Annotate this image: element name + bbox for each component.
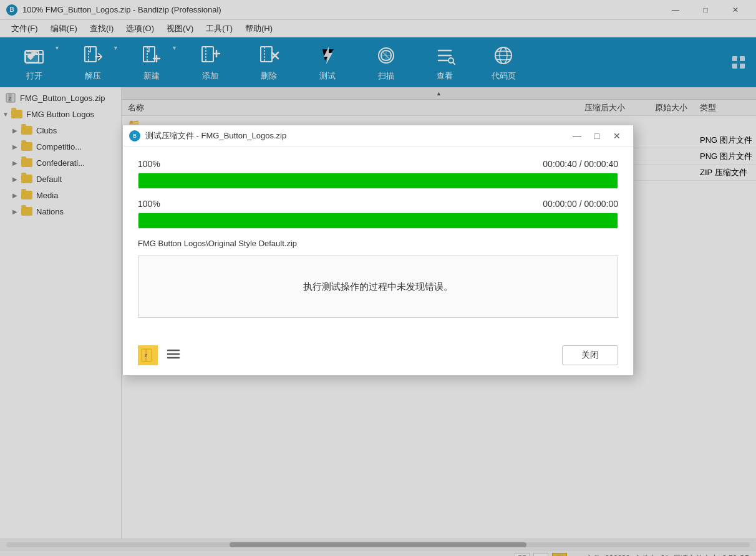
progress-section-2: 100% 00:00:00 / 00:00:00 — [138, 199, 618, 229]
modal-title: 测试压缩文件 - FMG_Button_Logos.zip — [145, 130, 567, 141]
current-file-path: FMG Button Logos\Original Style Default.… — [138, 239, 618, 248]
modal-maximize-button[interactable]: □ — [587, 128, 607, 143]
progress-percent-2: 100% — [138, 199, 160, 209]
svg-text:Z: Z — [145, 353, 148, 358]
modal-footer: Z 关闭 — [123, 340, 633, 375]
modal-title-bar: B 测试压缩文件 - FMG_Button_Logos.zip — □ ✕ — [123, 125, 633, 146]
progress-time-1: 00:00:40 / 00:00:40 — [543, 159, 618, 169]
modal-overlay: B 测试压缩文件 - FMG_Button_Logos.zip — □ ✕ 10… — [0, 0, 756, 556]
result-text: 执行测试操作的过程中未发现错误。 — [303, 281, 453, 293]
modal-close-button[interactable]: ✕ — [607, 128, 627, 143]
footer-zip-icon: Z — [138, 345, 158, 365]
modal-minimize-button[interactable]: — — [567, 128, 587, 143]
modal-app-icon: B — [129, 130, 140, 141]
progress-time-2: 00:00:00 / 00:00:00 — [543, 199, 618, 209]
result-box: 执行测试操作的过程中未发现错误。 — [138, 256, 618, 318]
test-archive-dialog: B 测试压缩文件 - FMG_Button_Logos.zip — □ ✕ 10… — [122, 125, 634, 376]
modal-body: 100% 00:00:40 / 00:00:40 100% 00:00:00 /… — [123, 146, 633, 340]
progress-header-2: 100% 00:00:00 / 00:00:00 — [138, 199, 618, 209]
progress-section-1: 100% 00:00:40 / 00:00:40 — [138, 159, 618, 189]
dialog-close-button[interactable]: 关闭 — [562, 345, 618, 365]
progress-bar-track-2 — [138, 213, 618, 229]
progress-percent-1: 100% — [138, 159, 160, 169]
footer-menu-icon[interactable] — [167, 348, 180, 363]
progress-bar-fill-2 — [138, 213, 618, 228]
progress-bar-fill-1 — [138, 173, 618, 188]
progress-header-1: 100% 00:00:40 / 00:00:40 — [138, 159, 618, 169]
footer-left-icons: Z — [138, 345, 180, 365]
progress-bar-track-1 — [138, 173, 618, 189]
